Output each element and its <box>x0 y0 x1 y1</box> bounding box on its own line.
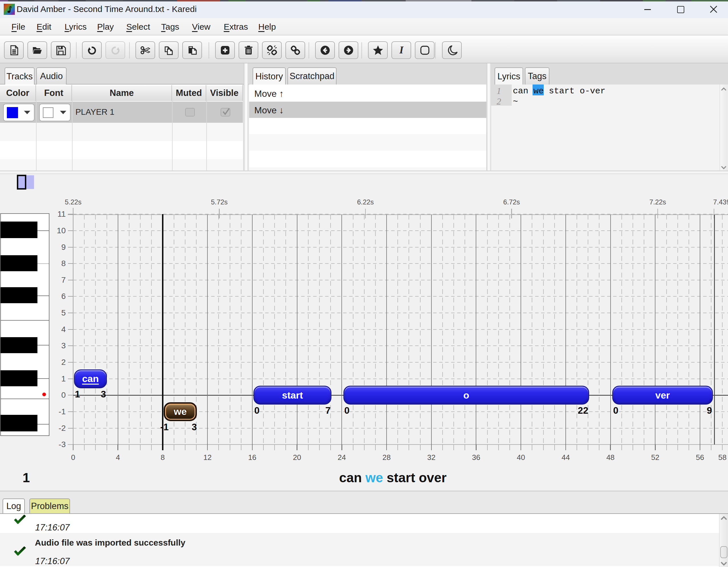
svg-text:I: I <box>399 45 404 56</box>
